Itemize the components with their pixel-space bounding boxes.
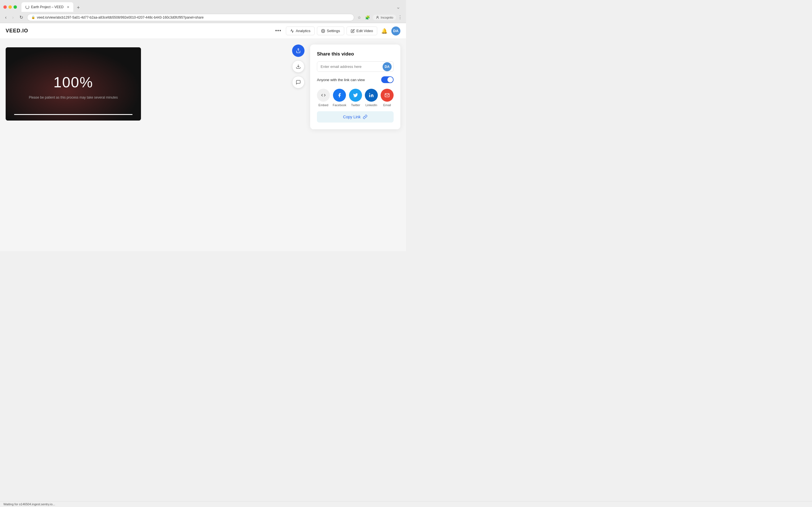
twitter-button[interactable]: Twitter: [349, 89, 362, 107]
tab-expand-button[interactable]: ⌄: [394, 3, 403, 11]
embed-button[interactable]: Embed: [317, 89, 330, 107]
incognito-icon: [375, 15, 379, 19]
settings-icon: [321, 29, 325, 33]
extension-icon[interactable]: 🧩: [364, 14, 371, 21]
incognito-badge: Incognito: [373, 15, 396, 20]
email-social-button[interactable]: Email: [380, 89, 394, 107]
edit-video-button[interactable]: Edit Video: [347, 26, 377, 35]
linkedin-button[interactable]: LinkedIn: [365, 89, 378, 107]
address-bar[interactable]: 🔒 veed.io/view/abcb1297-5a01-4d77-b2aa-a…: [27, 14, 354, 21]
facebook-label: Facebook: [333, 103, 346, 107]
tab-loading-icon: [26, 5, 29, 9]
edit-video-label: Edit Video: [356, 29, 373, 33]
link-toggle[interactable]: [381, 76, 394, 83]
video-subtext: Please be patient as this process may ta…: [29, 96, 118, 100]
twitter-label: Twitter: [351, 103, 360, 107]
share-icon: [296, 48, 301, 53]
main-content: 100% Please be patient as this process m…: [0, 39, 406, 251]
nav-bar: ‹ › ↻ 🔒 veed.io/view/abcb1297-5a01-4d77-…: [0, 12, 406, 23]
video-progress-fill: [14, 114, 133, 115]
email-input[interactable]: [317, 62, 383, 71]
new-tab-button[interactable]: +: [74, 4, 83, 12]
svg-point-0: [377, 16, 378, 17]
title-bar: Earth Project – VEED ✕ + ⌄: [0, 0, 406, 12]
app-header: VEED.IO ••• Analytics Settings Edit Vide…: [0, 23, 406, 39]
svg-rect-4: [369, 95, 370, 97]
social-buttons: Embed Facebook Twitter: [317, 89, 394, 107]
analytics-button[interactable]: Analytics: [286, 26, 315, 35]
link-toggle-label: Anyone with the link can view: [317, 78, 365, 82]
facebook-icon: [333, 89, 346, 102]
tab-close-button[interactable]: ✕: [67, 5, 69, 9]
notification-button[interactable]: 🔔: [379, 26, 389, 36]
download-icon: [296, 64, 301, 69]
browser-chrome: Earth Project – VEED ✕ + ⌄ ‹ › ↻ 🔒 veed.…: [0, 0, 406, 23]
floating-actions: [292, 45, 305, 89]
close-window-button[interactable]: [3, 5, 7, 9]
embed-icon: [317, 89, 330, 102]
settings-button[interactable]: Settings: [317, 26, 344, 35]
tab-bar: Earth Project – VEED ✕ +: [21, 2, 83, 12]
forward-button[interactable]: ›: [10, 14, 15, 21]
maximize-window-button[interactable]: [13, 5, 17, 9]
traffic-lights: [3, 5, 17, 9]
link-icon: [363, 115, 367, 119]
email-social-icon: [380, 89, 394, 102]
copy-link-label: Copy Link: [343, 115, 361, 119]
share-floating-button[interactable]: [292, 45, 305, 57]
analytics-icon: [290, 29, 294, 33]
settings-label: Settings: [327, 29, 340, 33]
video-progress-bar: [14, 114, 133, 115]
linkedin-icon: [365, 89, 378, 102]
email-avatar: DA: [383, 62, 392, 71]
share-panel-title: Share this video: [317, 51, 394, 57]
svg-point-5: [369, 93, 370, 94]
address-text: veed.io/view/abcb1297-5a01-4d77-b2aa-a83…: [37, 15, 350, 19]
tab-title: Earth Project – VEED: [31, 5, 63, 9]
copy-link-button[interactable]: Copy Link: [317, 111, 394, 122]
incognito-label: Incognito: [380, 16, 393, 19]
bookmark-icon[interactable]: ☆: [356, 14, 362, 21]
back-button[interactable]: ‹: [3, 14, 8, 21]
active-tab[interactable]: Earth Project – VEED ✕: [21, 2, 73, 12]
email-social-label: Email: [383, 103, 391, 107]
email-row: DA: [317, 61, 394, 72]
minimize-window-button[interactable]: [8, 5, 12, 9]
comment-icon: [296, 80, 301, 85]
video-progress-text: 100%: [54, 74, 93, 91]
embed-label: Embed: [319, 103, 328, 107]
svg-point-1: [322, 31, 324, 32]
toggle-knob: [388, 77, 393, 82]
share-panel: Share this video DA Anyone with the link…: [310, 45, 400, 129]
link-toggle-row: Anyone with the link can view: [317, 76, 394, 83]
header-actions: ••• Analytics Settings Edit Video 🔔 DA: [273, 26, 400, 36]
download-floating-button[interactable]: [292, 60, 305, 73]
avatar[interactable]: DA: [391, 26, 400, 36]
linkedin-label: LinkedIn: [365, 103, 377, 107]
lock-icon: 🔒: [31, 15, 35, 19]
twitter-icon: [349, 89, 362, 102]
logo[interactable]: VEED.IO: [6, 28, 28, 34]
more-options-button[interactable]: •••: [273, 26, 284, 36]
analytics-label: Analytics: [296, 29, 310, 33]
facebook-button[interactable]: Facebook: [333, 89, 346, 107]
comment-floating-button[interactable]: [292, 76, 305, 89]
browser-menu-button[interactable]: ⋮: [398, 15, 403, 20]
reload-button[interactable]: ↻: [18, 13, 25, 21]
video-player[interactable]: 100% Please be patient as this process m…: [6, 47, 141, 121]
edit-icon: [351, 29, 355, 33]
nav-actions: ☆ 🧩 Incognito ⋮: [356, 14, 403, 21]
